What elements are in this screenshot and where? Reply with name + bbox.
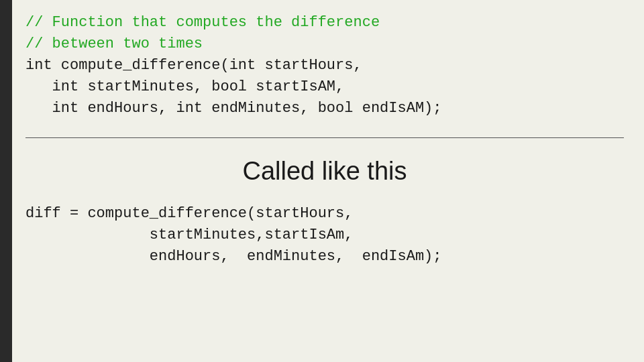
section-title: Called like this [25, 157, 624, 186]
code-line-1: int compute_difference(int startHours, [25, 55, 624, 76]
code-block-top: // Function that computes the difference… [25, 12, 624, 119]
code-block-bottom: diff = compute_difference(startHours, st… [25, 203, 624, 267]
code-line-2: int startMinutes, bool startIsAM, [25, 76, 624, 98]
content-area: // Function that computes the difference… [12, 0, 644, 362]
bottom-code-line-3: endHours, endMinutes, endIsAm); [25, 246, 624, 267]
comment-line-1: // Function that computes the difference [25, 12, 624, 34]
bottom-code-line-1: diff = compute_difference(startHours, [25, 203, 624, 225]
bottom-code-line-2: startMinutes,startIsAm, [25, 225, 624, 246]
comment-line-2: // between two times [25, 34, 624, 55]
page-container: // Function that computes the difference… [0, 0, 644, 362]
code-line-3: int endHours, int endMinutes, bool endIs… [25, 98, 624, 119]
left-accent-bar [0, 0, 12, 362]
section-divider [25, 137, 624, 138]
